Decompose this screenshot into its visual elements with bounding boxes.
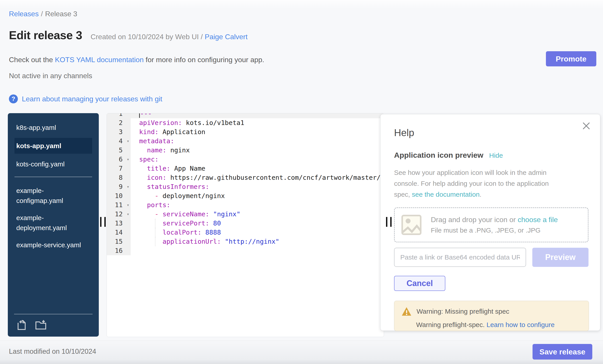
icon-url-input[interactable] <box>394 248 526 267</box>
file-item-example-configmap.yaml[interactable]: example-configmap.yaml <box>14 184 92 207</box>
file-item-k8s-app.yaml[interactable]: k8s-app.yaml <box>14 121 92 134</box>
kots-yaml-doc-link[interactable]: KOTS YAML documentation <box>55 56 144 64</box>
code-line-6: spec: <box>131 155 384 164</box>
warning-configure-link[interactable]: Learn how to configure <box>487 321 555 328</box>
code-line-12: - serviceName: "nginx" <box>131 210 384 219</box>
icon-link-row: Preview <box>394 248 589 267</box>
breadcrumb-current: Release 3 <box>45 10 77 18</box>
code-line-1: --- <box>131 113 384 118</box>
breadcrumb-releases-link[interactable]: Releases <box>9 10 39 18</box>
code-line-16 <box>131 246 384 255</box>
help-title: Help <box>394 127 589 138</box>
fold-arrow-icon[interactable]: ▾ <box>127 182 129 191</box>
author-link[interactable]: Paige Calvert <box>205 33 247 41</box>
code-line-11: ports: <box>131 200 384 210</box>
file-tree-sidebar: k8s-app.yamlkots-app.yamlkots-config.yam… <box>8 113 99 337</box>
image-placeholder-icon <box>401 215 421 235</box>
dropzone-text: Drag and drop your icon or choose a file… <box>431 216 558 234</box>
editor-inner: 1234▾56▾789▾1011▾12▾13141516 ---apiVersi… <box>107 113 384 255</box>
save-release-button[interactable]: Save release <box>533 344 592 360</box>
line-number-2: 2 <box>107 118 131 127</box>
code-line-7: title: App Name <box>131 164 384 173</box>
created-on-text: Created on 10/10/2024 by Web UI / Paige … <box>91 33 247 41</box>
file-item-kots-config.yaml[interactable]: kots-config.yaml <box>14 157 92 171</box>
line-number-14: 14 <box>107 228 131 237</box>
doc-hint-after: for more info on configuring your app. <box>144 56 264 64</box>
icon-preview-title: Application icon preview <box>394 151 484 159</box>
fold-arrow-icon[interactable]: ▾ <box>127 155 129 164</box>
warning-body-text: Warning preflight-spec. <box>416 321 487 328</box>
fold-arrow-icon[interactable]: ▾ <box>127 137 129 146</box>
file-tree-divider <box>14 177 92 177</box>
text-cursor <box>139 113 140 118</box>
new-folder-icon[interactable] <box>35 319 46 331</box>
code-line-15: applicationUrl: "http://nginx" <box>131 237 384 246</box>
line-number-5: 5 <box>107 146 131 155</box>
hide-link[interactable]: Hide <box>489 152 503 159</box>
code-line-8: icon: https://raw.githubusercontent.com/… <box>131 173 384 182</box>
created-on-label: Created on 10/10/2024 by Web UI / <box>91 33 203 41</box>
drop-text: Drag and drop your icon or <box>431 216 518 224</box>
code-line-10: - deployment/nginx <box>131 191 384 200</box>
git-releases-link[interactable]: Learn about managing your releases with … <box>22 95 162 103</box>
preflight-warning-box: Warning: Missing preflight spec Warning … <box>394 301 589 331</box>
warning-icon <box>401 307 412 316</box>
title-row: Edit release 3 Created on 10/10/2024 by … <box>9 29 247 42</box>
file-list-examples: example-configmap.yamlexample-deployment… <box>14 184 92 252</box>
line-number-15: 15 <box>107 237 131 246</box>
line-number-7: 7 <box>107 164 131 173</box>
doc-hint-before: Check out the <box>9 56 55 64</box>
line-number-8: 8 <box>107 173 131 182</box>
footer-bar: Last modified on 10/10/2024 Save release <box>0 341 603 364</box>
splitter-handle-right[interactable] <box>386 217 392 227</box>
line-number-6: 6▾ <box>107 155 131 164</box>
question-mark-icon: ? <box>9 94 18 103</box>
line-number-12: 12▾ <box>107 210 131 219</box>
choose-file-link[interactable]: choose a file <box>518 216 558 224</box>
breadcrumb: Releases/Release 3 <box>9 10 77 18</box>
doc-hint-line: Check out the KOTS YAML documentation fo… <box>9 56 264 64</box>
splitter-handle-left[interactable] <box>100 217 106 227</box>
code-line-5: name: nginx <box>131 146 384 155</box>
code-line-13: servicePort: 80 <box>131 219 384 228</box>
code-line-9: statusInformers: <box>131 182 384 191</box>
close-icon[interactable] <box>582 121 591 130</box>
cancel-button[interactable]: Cancel <box>394 276 445 291</box>
fold-arrow-icon[interactable]: ▾ <box>127 200 129 210</box>
line-number-16: 16 <box>107 246 131 255</box>
warning-title: Warning: Missing preflight spec <box>417 308 509 315</box>
editor-code[interactable]: ---apiVersion: kots.io/v1beta1kind: Appl… <box>131 113 384 255</box>
code-line-14: localPort: 8888 <box>131 228 384 237</box>
channel-status: Not active in any channels <box>9 72 92 80</box>
page-title: Edit release 3 <box>9 29 82 42</box>
code-line-3: kind: Application <box>131 127 384 137</box>
line-number-9: 9▾ <box>107 182 131 191</box>
yaml-editor[interactable]: 1234▾56▾789▾1011▾12▾13141516 ---apiVersi… <box>107 113 384 337</box>
desc-after: . <box>480 191 481 198</box>
preview-button[interactable]: Preview <box>532 248 589 267</box>
icon-preview-description: See how your application icon will look … <box>394 167 555 200</box>
file-item-example-service.yaml[interactable]: example-service.yaml <box>14 238 92 252</box>
git-help-row: ? Learn about managing your releases wit… <box>9 94 162 103</box>
help-panel: Help Application icon preview Hide See h… <box>380 114 600 331</box>
icon-dropzone[interactable]: Drag and drop your icon or choose a file… <box>394 207 589 242</box>
line-number-11: 11▾ <box>107 200 131 210</box>
promote-button[interactable]: Promote <box>546 51 596 66</box>
breadcrumb-separator: / <box>41 10 43 18</box>
editor-gutter: 1234▾56▾789▾1011▾12▾13141516 <box>107 113 131 255</box>
code-line-2: apiVersion: kots.io/v1beta1 <box>131 118 384 127</box>
fold-arrow-icon[interactable]: ▾ <box>127 210 129 219</box>
line-number-3: 3 <box>107 127 131 137</box>
last-modified-text: Last modified on 10/10/2024 <box>9 348 96 355</box>
file-item-kots-app.yaml[interactable]: kots-app.yaml <box>14 138 92 154</box>
line-number-13: 13 <box>107 219 131 228</box>
see-documentation-link[interactable]: see the documentation <box>412 191 480 198</box>
new-file-icon[interactable] <box>16 319 27 331</box>
drop-requirements: File must be a .PNG, .JPEG, or .JPG <box>431 227 558 234</box>
file-item-example-deployment.yaml[interactable]: example-deployment.yaml <box>14 211 92 235</box>
icon-preview-section-header: Application icon preview Hide <box>394 151 589 159</box>
line-number-1: 1 <box>107 113 131 118</box>
line-number-10: 10 <box>107 191 131 200</box>
file-list-main: k8s-app.yamlkots-app.yamlkots-config.yam… <box>14 121 92 171</box>
code-line-4: metadata: <box>131 137 384 146</box>
